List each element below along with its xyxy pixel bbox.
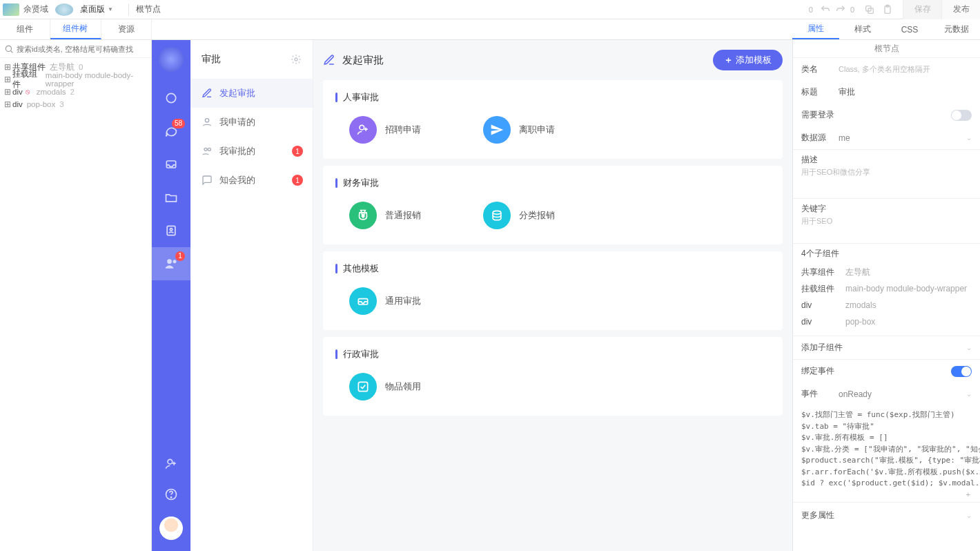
svg-point-4 <box>6 46 11 51</box>
app-sub-nav: 审批 发起审批 我申请的 我审批的 1 知会我 <box>190 40 313 551</box>
tab-styles[interactable]: 样式 <box>839 19 886 39</box>
money-bag-icon: ¥ <box>349 202 377 229</box>
prop-title[interactable]: 标题 审批 <box>793 81 980 104</box>
coins-icon <box>483 202 511 229</box>
badge: 1 <box>292 146 303 157</box>
checkbox-icon <box>349 373 377 400</box>
svg-point-15 <box>295 58 297 61</box>
nav-invite[interactable] <box>152 449 190 479</box>
visibility-off-icon[interactable]: ⦸ <box>26 88 30 96</box>
card-category-reimburse[interactable]: 分类报销 <box>483 202 555 229</box>
need-login-toggle[interactable] <box>951 110 972 121</box>
component-tree: ⊞共享组件左导航0 ⊞挂载组件main-body module-body-wra… <box>0 58 151 113</box>
breadcrumb[interactable]: 根节点 <box>793 40 980 58</box>
svg-point-17 <box>204 148 207 151</box>
app-icon <box>55 3 73 16</box>
device-label: 桌面版 <box>80 3 105 15</box>
card-item-request[interactable]: 物品领用 <box>349 373 421 400</box>
menu-my-requests[interactable]: 我申请的 <box>190 108 313 137</box>
badge: 1 <box>292 175 303 186</box>
svg-point-19 <box>360 125 364 130</box>
section-admin: 行政审批 物品领用 <box>323 337 783 416</box>
bind-event-toggle[interactable] <box>951 366 972 377</box>
card-general-approval[interactable]: 通用审批 <box>349 287 421 315</box>
card-general-reimburse[interactable]: ¥ 普通报销 <box>349 202 421 229</box>
user-logo <box>3 3 19 16</box>
undo-icon[interactable] <box>820 4 831 15</box>
device-select[interactable]: 桌面版 ▼ <box>80 3 113 15</box>
prop-datasource[interactable]: 数据源 me ⌄ <box>793 126 980 149</box>
event-code[interactable]: $v.找部门主管 = func($exp.找部门主管) $v.tab = "待审… <box>793 405 980 502</box>
publish-button[interactable]: 发布 <box>941 0 980 19</box>
save-button[interactable]: 保存 <box>903 0 941 19</box>
tree-node-mount[interactable]: ⊞挂载组件main-body module-body-wrapper <box>4 73 147 86</box>
app-content: 发起审批 ＋ 添加模板 人事审批 招聘申请 <box>313 40 792 551</box>
section-title: 行政审批 <box>335 348 770 360</box>
tab-properties[interactable]: 属性 <box>792 19 839 39</box>
plus-icon: ＋ <box>724 54 733 66</box>
tab-css[interactable]: CSS <box>886 19 933 39</box>
nav-folder[interactable] <box>152 181 190 214</box>
svg-point-6 <box>166 93 175 102</box>
svg-point-11 <box>173 260 177 263</box>
nav-approval[interactable]: 1 <box>152 247 190 280</box>
add-line-icon[interactable]: + <box>801 490 972 501</box>
prop-keyword[interactable]: 关键字 用于SEO <box>793 198 980 243</box>
menu-initiate-approval[interactable]: 发起审批 <box>190 79 313 108</box>
paste-icon[interactable] <box>882 4 893 15</box>
tab-component-tree[interactable]: 组件树 <box>50 19 101 39</box>
history-controls: 0 0 <box>809 4 857 15</box>
children-list: 共享组件左导航 挂载组件main-body module-body-wrappe… <box>793 261 980 336</box>
nav-contacts[interactable] <box>152 214 190 247</box>
app-preview: 58 1 审批 <box>152 40 792 551</box>
nav-help[interactable] <box>152 479 190 510</box>
user-avatar[interactable] <box>159 516 183 540</box>
tab-resources[interactable]: 资源 <box>101 19 152 39</box>
nav-home[interactable] <box>152 81 190 115</box>
add-template-button[interactable]: ＋ 添加模板 <box>713 50 783 70</box>
card-resign-apply[interactable]: 离职申请 <box>483 116 555 144</box>
svg-point-9 <box>170 229 172 231</box>
add-child-row[interactable]: 添加子组件 ⌄ <box>793 336 980 359</box>
nav-chat[interactable]: 58 <box>152 115 190 148</box>
root-node-label[interactable]: 根节点 <box>136 3 161 15</box>
redo-icon[interactable] <box>835 4 846 15</box>
nav-inbox[interactable] <box>152 148 190 181</box>
prop-need-login: 需要登录 <box>793 104 980 126</box>
prop-class[interactable]: 类名 Class, 多个类名用空格隔开 <box>793 58 980 81</box>
child-row[interactable]: divzmodals <box>801 297 972 313</box>
child-row[interactable]: divpop-box <box>801 313 972 330</box>
send-icon <box>483 116 511 144</box>
svg-text:¥: ¥ <box>362 213 364 218</box>
section-finance: 财务审批 ¥ 普通报销 分类报销 <box>323 166 783 244</box>
search-input[interactable] <box>17 45 147 53</box>
tab-components[interactable]: 组件 <box>0 19 50 39</box>
chat-badge: 58 <box>172 119 185 128</box>
inbox-icon <box>349 287 377 315</box>
right-tabs: 属性 样式 CSS 元数据 <box>792 19 980 39</box>
prop-event[interactable]: 事件 onReady ⌄ <box>793 383 980 405</box>
search-icon <box>4 44 14 54</box>
more-properties[interactable]: 更多属性 ⌄ <box>793 502 980 528</box>
copy-icon[interactable] <box>864 4 875 15</box>
brand-logo <box>159 47 184 72</box>
chevron-down-icon: ⌄ <box>966 390 972 398</box>
gear-icon[interactable] <box>291 54 302 65</box>
tree-node-popbox[interactable]: ⊞divpop-box3 <box>4 98 147 110</box>
child-row[interactable]: 共享组件左导航 <box>801 264 972 280</box>
menu-my-approvals[interactable]: 我审批的 1 <box>190 137 313 166</box>
svg-point-21 <box>493 211 501 214</box>
approval-badge: 1 <box>175 251 185 261</box>
section-hr: 人事审批 招聘申请 离职申请 <box>323 80 783 159</box>
search-row <box>0 40 151 58</box>
card-recruit-apply[interactable]: 招聘申请 <box>349 116 421 144</box>
content-title: 发起审批 <box>342 54 384 67</box>
properties-panel: 根节点 类名 Class, 多个类名用空格隔开 标题 审批 需要登录 数据源 m… <box>792 40 980 551</box>
tab-metadata[interactable]: 元数据 <box>933 19 980 39</box>
child-row[interactable]: 挂载组件main-body module-body-wrapper <box>801 280 972 297</box>
svg-line-5 <box>11 50 13 52</box>
prop-description[interactable]: 描述 用于SEO和微信分享 <box>793 149 980 198</box>
sub-title: 审批 <box>202 53 221 66</box>
left-panel: ⊞共享组件左导航0 ⊞挂载组件main-body module-body-wra… <box>0 40 152 551</box>
menu-cc-me[interactable]: 知会我的 1 <box>190 166 313 195</box>
